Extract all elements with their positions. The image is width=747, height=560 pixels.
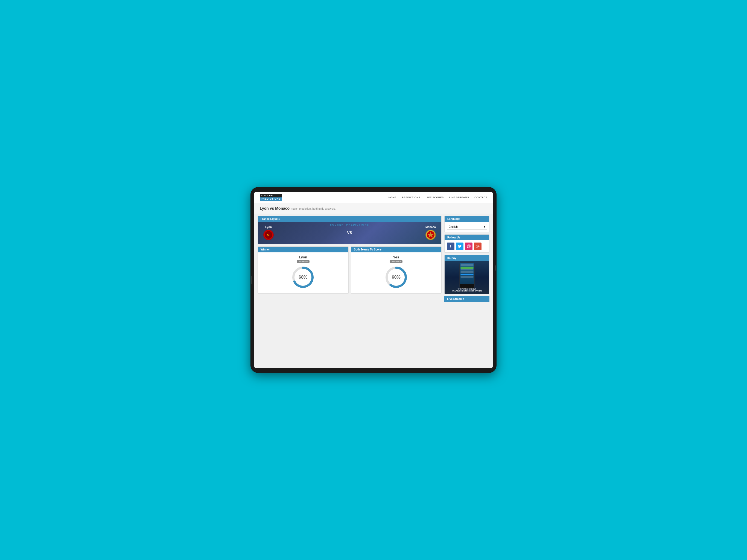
- winner-header: Winner: [258, 247, 349, 252]
- phone-mockup: [459, 262, 474, 288]
- live-streams-header: Live Streams: [444, 296, 489, 302]
- tablet-frame: SOCCER PREDICTIONS HOME PREDICTIONS LIVE…: [251, 187, 496, 373]
- inplay-text: WITH PARTIAL CASHOUTAVAILABLE ON HUNDRED…: [452, 288, 482, 292]
- follow-us-header: Follow Us: [445, 235, 489, 240]
- winner-card: Winner Lyon Confidence: 68%: [258, 246, 349, 294]
- phone-screen: [460, 263, 474, 284]
- page-title-main: Lyon vs Monaco: [260, 206, 289, 210]
- btts-body: Yes Confidence: 60%: [351, 252, 442, 294]
- winner-value: Lyon: [299, 255, 307, 259]
- svg-rect-10: [467, 245, 470, 248]
- watermark-soccer: SOCCER: [330, 223, 344, 226]
- match-banner: SOCCER PREDICTIONS Lyon OL: [258, 222, 441, 244]
- svg-point-11: [468, 246, 469, 247]
- team2-side: Monaco: [426, 226, 436, 240]
- follow-us-widget: Follow Us f: [444, 234, 489, 253]
- team2-logo: [426, 230, 436, 240]
- btts-confidence: Confidence:: [390, 260, 403, 263]
- language-widget: Language English ▾: [444, 216, 489, 232]
- page-title-sub: match prediction, betting tip analysis.: [291, 207, 336, 210]
- site-header: SOCCER PREDICTIONS HOME PREDICTIONS LIVE…: [254, 192, 493, 203]
- banner-watermark: SOCCER PREDICTIONS: [330, 223, 369, 226]
- tablet-screen: SOCCER PREDICTIONS HOME PREDICTIONS LIVE…: [254, 192, 493, 368]
- language-select[interactable]: English ▾: [447, 224, 487, 230]
- main-content: France Ligue 1 SOCCER PREDICTIONS Lyon: [254, 213, 493, 368]
- btts-value: Yes: [393, 255, 399, 259]
- facebook-button[interactable]: f: [447, 243, 455, 250]
- btts-header: Both Teams To Score: [351, 247, 442, 252]
- winner-donut: 68%: [291, 265, 315, 289]
- vs-text: VS: [347, 230, 352, 235]
- googleplus-button[interactable]: g+: [474, 243, 482, 250]
- btts-card: Both Teams To Score Yes Confidence: 60%: [351, 246, 442, 294]
- nav-home[interactable]: HOME: [389, 196, 396, 199]
- twitter-button[interactable]: [456, 243, 463, 250]
- team1-name: Lyon: [265, 226, 272, 229]
- nav-contact[interactable]: CONTACT: [474, 196, 487, 199]
- tablet-side-button-right: [495, 265, 496, 271]
- inplay-widget: In-Play: [444, 255, 489, 294]
- team1-logo: OL: [263, 230, 274, 240]
- logo-soccer: SOCCER: [260, 194, 282, 198]
- watermark-predictions: PREDICTIONS: [346, 223, 369, 226]
- inplay-header: In-Play: [445, 255, 489, 261]
- language-current: English: [449, 225, 458, 228]
- logo-predictions: PREDICTIONS: [260, 198, 282, 201]
- language-body: English ▾: [445, 222, 489, 232]
- team2-name: Monaco: [426, 226, 436, 229]
- page-title-area: Lyon vs Monaco match prediction, betting…: [254, 203, 493, 213]
- team1-side: Lyon OL: [263, 226, 274, 240]
- league-header: France Ligue 1: [258, 216, 441, 222]
- nav-live-streams[interactable]: LIVE STREAMS: [449, 196, 469, 199]
- language-arrow: ▾: [484, 225, 485, 228]
- right-column: Language English ▾ Follow Us f: [444, 216, 489, 366]
- language-header: Language: [445, 216, 489, 222]
- winner-confidence: Confidence:: [297, 260, 310, 263]
- inplay-image[interactable]: WITH PARTIAL CASHOUTAVAILABLE ON HUNDRED…: [445, 261, 489, 294]
- winner-body: Lyon Confidence: 68%: [258, 252, 349, 294]
- social-buttons: f g+: [445, 240, 489, 252]
- nav-predictions[interactable]: PREDICTIONS: [402, 196, 420, 199]
- nav-live-scores[interactable]: LIVE SCORES: [426, 196, 444, 199]
- tablet-side-button: [251, 276, 252, 284]
- match-banner-container: France Ligue 1 SOCCER PREDICTIONS Lyon: [258, 216, 442, 244]
- left-column: France Ligue 1 SOCCER PREDICTIONS Lyon: [258, 216, 442, 366]
- btts-donut: 60%: [384, 265, 409, 289]
- svg-text:OL: OL: [267, 234, 271, 236]
- predictions-grid: Winner Lyon Confidence: 68%: [258, 246, 442, 294]
- main-nav: HOME PREDICTIONS LIVE SCORES LIVE STREAM…: [389, 196, 487, 199]
- winner-percentage: 68%: [299, 275, 307, 280]
- instagram-button[interactable]: [465, 243, 472, 250]
- site-logo[interactable]: SOCCER PREDICTIONS: [260, 194, 282, 201]
- btts-percentage: 60%: [392, 275, 401, 280]
- svg-point-12: [469, 245, 469, 246]
